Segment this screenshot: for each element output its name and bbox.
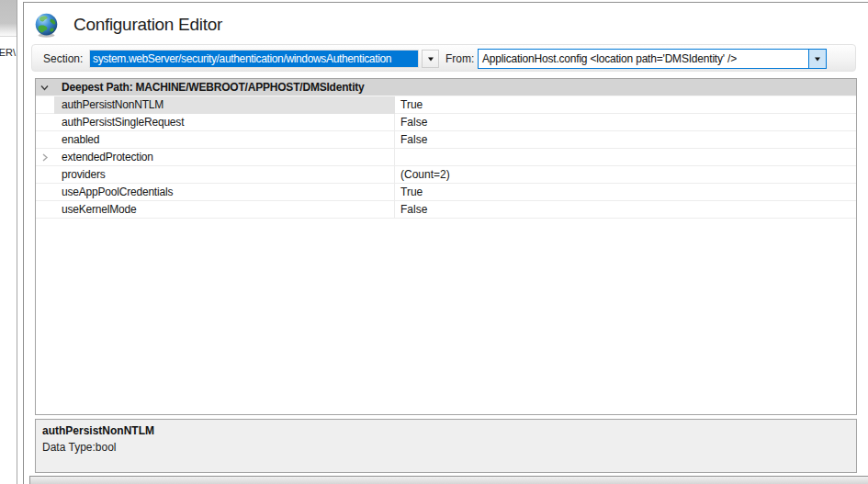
- section-combobox-selected-text[interactable]: system.webServer/security/authentication…: [90, 51, 418, 67]
- property-grid: Deepest Path: MACHINE/WEBROOT/APPHOST/DM…: [35, 78, 857, 415]
- status-bar-edge: [29, 476, 868, 484]
- from-label: From:: [445, 52, 474, 65]
- property-value[interactable]: False: [396, 201, 856, 219]
- left-panel-toolbar-edge: [0, 0, 17, 37]
- property-name[interactable]: useKernelMode: [54, 201, 395, 219]
- property-value[interactable]: [396, 149, 856, 166]
- page-title: Configuration Editor: [73, 15, 222, 35]
- chevron-right-icon[interactable]: [40, 153, 49, 162]
- from-dropdown-button[interactable]: [808, 50, 826, 68]
- table-row-enabled[interactable]: enabled False: [36, 131, 856, 149]
- chevron-down-icon[interactable]: [40, 84, 49, 92]
- from-combobox-text[interactable]: ApplicationHost.config <location path='D…: [482, 52, 737, 65]
- property-name[interactable]: extendedProtection: [54, 149, 395, 166]
- left-panel-edge: ER\: [0, 0, 17, 484]
- configuration-editor-window: ER\ Configuration Editor Section:: [0, 0, 868, 484]
- property-name[interactable]: authPersistSingleRequest: [54, 114, 395, 131]
- section-dropdown-button[interactable]: [422, 50, 439, 68]
- table-row-providers[interactable]: providers (Count=2): [36, 166, 856, 184]
- breadcrumb-fragment: ER\: [0, 47, 16, 58]
- property-detail-panel: authPersistNonNTLM Data Type:bool: [35, 419, 857, 473]
- detail-property-name: authPersistNonNTLM: [42, 424, 154, 437]
- dropdown-arrow-icon: [815, 58, 820, 62]
- table-row-useKernelMode[interactable]: useKernelMode False: [36, 201, 856, 219]
- property-value[interactable]: True: [396, 96, 856, 114]
- table-row-useAppPoolCredentials[interactable]: useAppPoolCredentials True: [36, 184, 856, 201]
- section-toolbar: Section: system.webServer/security/authe…: [31, 44, 856, 72]
- detail-data-type: Data Type:bool: [42, 441, 117, 454]
- property-name[interactable]: useAppPoolCredentials: [54, 184, 395, 201]
- from-combobox[interactable]: ApplicationHost.config <location path='D…: [478, 49, 827, 69]
- section-label: Section:: [43, 52, 83, 65]
- property-value[interactable]: True: [396, 184, 856, 201]
- group-header-row[interactable]: Deepest Path: MACHINE/WEBROOT/APPHOST/DM…: [36, 79, 856, 96]
- property-value[interactable]: False: [396, 114, 856, 131]
- table-row-authPersistNonNTLM[interactable]: authPersistNonNTLM True: [36, 96, 856, 114]
- panel-divider: [17, 0, 17, 484]
- property-value[interactable]: False: [396, 131, 856, 149]
- property-value[interactable]: (Count=2): [396, 166, 856, 184]
- globe-icon: [33, 12, 60, 39]
- table-row-authPersistSingleRequest[interactable]: authPersistSingleRequest False: [36, 114, 856, 131]
- content-panel: Configuration Editor Section: system.web…: [23, 2, 868, 484]
- property-name[interactable]: enabled: [54, 131, 395, 149]
- dropdown-arrow-icon: [428, 58, 434, 62]
- property-name[interactable]: authPersistNonNTLM: [54, 96, 395, 114]
- property-name[interactable]: providers: [54, 166, 395, 184]
- group-header-label: Deepest Path: MACHINE/WEBROOT/APPHOST/DM…: [54, 79, 844, 96]
- table-row-extendedProtection[interactable]: extendedProtection: [36, 149, 856, 166]
- section-combobox[interactable]: system.webServer/security/authentication…: [89, 50, 419, 68]
